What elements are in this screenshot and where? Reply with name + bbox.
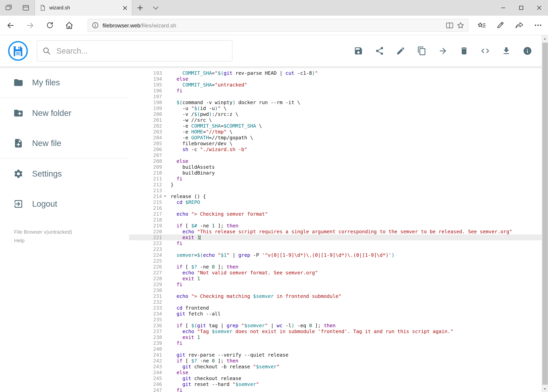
search-input[interactable] [55, 46, 227, 56]
code-line[interactable]: 203 -e HOME="//tmp" \ [129, 129, 548, 135]
settings-more-button[interactable] [528, 16, 547, 34]
code-line[interactable]: 207 [129, 152, 548, 158]
code-line[interactable]: 234 git fetch --all [129, 311, 548, 317]
help-link[interactable]: Help [14, 238, 25, 244]
code-line[interactable]: 240 [129, 346, 548, 352]
download-button[interactable] [501, 46, 511, 56]
home-button[interactable] [59, 16, 79, 34]
code-line[interactable]: 242 if [ $? -ne 0 ]; then [129, 358, 548, 364]
code-line[interactable]: 218 [129, 217, 548, 223]
code-line[interactable]: 221 exit 1 [129, 234, 548, 240]
tab-list-button[interactable] [148, 0, 164, 16]
code-line[interactable]: 222 fi [129, 240, 548, 246]
close-window-button[interactable] [530, 0, 548, 16]
code-line[interactable]: 232 [129, 299, 548, 305]
minimize-button[interactable] [494, 0, 512, 16]
code-line[interactable]: 235 [129, 317, 548, 322]
code-line[interactable]: 217 echo "> Checking semver format" [129, 211, 548, 217]
sidebar-item-logout[interactable]: Logout [0, 189, 129, 219]
info-button[interactable] [522, 46, 532, 56]
code-line[interactable]: 214▾release () { [129, 193, 548, 199]
code-line[interactable]: 216 [129, 205, 548, 211]
code-line[interactable]: 212} [129, 182, 548, 188]
code-line[interactable]: 210 buildBinary [129, 170, 548, 176]
code-line[interactable]: 243 git checkout -b release "$semver" [129, 364, 548, 370]
code-line[interactable]: 230 [129, 287, 548, 293]
save-button[interactable] [353, 46, 363, 56]
code-line[interactable]: 211 fi [129, 176, 548, 182]
maximize-button[interactable] [512, 0, 530, 16]
code-line[interactable]: 220 echo "This release script requires a… [129, 229, 548, 234]
raw-code-button[interactable] [480, 46, 490, 56]
new-tab-button[interactable] [132, 0, 148, 16]
code-line[interactable]: 215 cd $REPO [129, 199, 548, 205]
refresh-button[interactable] [40, 16, 59, 34]
page-info-icon[interactable] [92, 22, 99, 28]
scroll-up-arrow[interactable]: ▲ [542, 35, 548, 42]
code-line[interactable]: 201 -w //src \ [129, 117, 548, 123]
code-line[interactable]: 224 semver=$(echo "$1" | grep -P '^v(0|[… [129, 252, 548, 258]
code-line[interactable]: 238 exit 1 [129, 334, 548, 340]
code-line[interactable]: 208 else [129, 158, 548, 164]
copy-button[interactable] [416, 46, 427, 56]
code-line[interactable]: 202 -e COMMIT_SHA=$COMMIT_SHA \ [129, 123, 548, 129]
delete-button[interactable] [459, 46, 469, 56]
sidebar-item-my-files[interactable]: My files [0, 67, 129, 98]
code-line[interactable]: 196 fi [129, 88, 548, 94]
set-tabs-aside-button[interactable] [0, 0, 17, 16]
code-line[interactable]: 239 fi [129, 340, 548, 346]
code-line[interactable]: 195 COMMIT_SHA="untracked" [129, 82, 548, 88]
code-line[interactable]: 229 fi [129, 281, 548, 287]
code-line[interactable]: 225 [129, 258, 548, 264]
code-line[interactable]: 236 if [ $(git tag | grep "$semver" | wc… [129, 322, 548, 328]
code-line[interactable]: 228 exit 1 [129, 276, 548, 281]
code-line[interactable]: 205 filebrowser/dev \ [129, 140, 548, 146]
filebrowser-logo[interactable] [8, 41, 28, 61]
share-file-button[interactable] [374, 46, 384, 56]
code-line[interactable]: 219 if [ $# -ne 1 ]; then [129, 223, 548, 229]
code-line[interactable]: 199 -u "$(id -u)" \ [129, 105, 548, 111]
page-scrollbar[interactable]: ▲ ▼ [541, 35, 548, 392]
favorites-hub-button[interactable] [472, 16, 491, 34]
sidebar-item-new-file[interactable]: New file [0, 128, 129, 158]
favorite-star-icon[interactable] [457, 22, 464, 29]
reading-view-icon[interactable] [446, 22, 453, 28]
code-line[interactable]: 213 [129, 188, 548, 193]
code-line[interactable]: 223 [129, 246, 548, 252]
code-line[interactable]: 246 git reset --hard "$semver" [129, 381, 548, 387]
forward-button[interactable] [20, 16, 40, 34]
web-note-button[interactable] [491, 16, 510, 34]
code-line[interactable]: 193 COMMIT_SHA="$(git rev-parse HEAD | c… [129, 70, 548, 76]
tab-preview-button[interactable] [17, 0, 35, 16]
move-button[interactable] [438, 46, 448, 56]
code-line[interactable]: 206 sh -c "./wizard.sh -b" [129, 146, 548, 152]
tab-close-icon[interactable] [123, 6, 127, 10]
url-text[interactable]: filebrowser.web/files/wizard.sh [103, 22, 442, 28]
code-line[interactable]: 233 cd frontend [129, 305, 548, 311]
back-button[interactable] [1, 16, 20, 34]
code-line[interactable]: 197 [129, 94, 548, 99]
code-line[interactable]: 245 git checkout release [129, 375, 548, 381]
scroll-down-arrow[interactable]: ▼ [542, 385, 548, 392]
code-editor[interactable]: 193 COMMIT_SHA="$(git rev-parse HEAD | c… [129, 67, 548, 392]
code-line[interactable]: 200 -v /$(pwd):/src:z \ [129, 111, 548, 117]
browser-tab-active[interactable]: wizard.sh [35, 0, 132, 16]
code-line[interactable]: 209 buildAssets [129, 164, 548, 170]
code-line[interactable]: 194 else [129, 76, 548, 82]
sidebar-item-new-folder[interactable]: New folder [0, 98, 129, 128]
code-line[interactable]: 237 echo "Tag $semver does not exist in … [129, 328, 548, 334]
code-line[interactable]: 244 else [129, 370, 548, 375]
code-line[interactable]: 204 -e GOPATH=//tmp/gopath \ [129, 135, 548, 140]
code-line[interactable]: 247 fi [129, 387, 548, 392]
code-line[interactable]: 226 if [ $? -ne 0 ]; then [129, 264, 548, 270]
code-line[interactable]: 241 git rev-parse --verify --quiet relea… [129, 352, 548, 358]
code-line[interactable]: 227 echo "Not valid semver format. See s… [129, 270, 548, 276]
scrollbar-thumb[interactable] [542, 43, 548, 385]
fold-marker-icon[interactable]: ▾ [162, 193, 171, 199]
address-bar[interactable]: filebrowser.web/files/wizard.sh [88, 19, 468, 32]
edit-button[interactable] [395, 46, 406, 56]
share-button[interactable] [510, 16, 528, 34]
code-line[interactable]: 231 echo "> Checking matching $semver in… [129, 293, 548, 299]
search-box[interactable] [37, 40, 232, 62]
sidebar-item-settings[interactable]: Settings [0, 159, 129, 189]
